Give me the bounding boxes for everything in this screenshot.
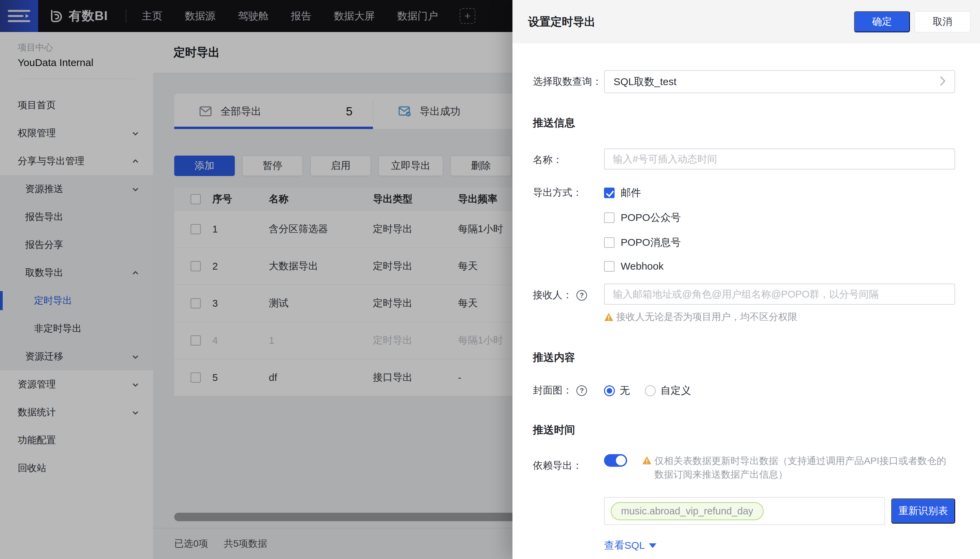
help-icon[interactable]: ? (576, 290, 587, 301)
query-select-value: SQL取数_test (614, 75, 676, 89)
recipient-row: 接收人： ? (533, 284, 955, 305)
app-root: 有数BI 主页 数据源 驾驶舱 报告 数据大屏 数据门户 + 项目中心 YouD… (0, 0, 980, 559)
recipient-label: 接收人： ? (533, 284, 604, 302)
query-select-label: 选择取数查询： (533, 70, 604, 89)
drawer-header: 设置定时导出 确定 取消 (513, 0, 980, 44)
cancel-button[interactable]: 取消 (915, 11, 970, 32)
dependency-toggle-on[interactable] (604, 454, 627, 467)
radio-icon[interactable] (645, 385, 656, 396)
reidentify-tables-button[interactable]: 重新识别表 (891, 498, 955, 524)
recipient-input[interactable] (604, 284, 955, 305)
checkbox-icon[interactable] (604, 212, 615, 223)
view-sql-link[interactable]: 查看SQL (533, 539, 955, 552)
warning-icon (642, 456, 652, 465)
chevron-right-icon (939, 75, 946, 88)
triangle-down-icon (649, 543, 657, 548)
export-method-row: 导出方式： 邮件 POPO公众号 POPO消息号 (533, 186, 955, 272)
name-input[interactable] (604, 149, 955, 170)
name-row: 名称： (533, 149, 955, 170)
checkbox-icon[interactable] (604, 237, 615, 248)
query-select-row: 选择取数查询： SQL取数_test (533, 70, 955, 93)
section-push-time: 推送时间 (533, 423, 955, 437)
cover-label: 封面图： ? (533, 384, 604, 397)
dependency-label: 依赖导出： (533, 454, 604, 473)
identified-tables-field[interactable]: music.abroad_vip_refund_day (604, 497, 885, 525)
method-popo-public[interactable]: POPO公众号 (604, 211, 955, 225)
cover-row: 封面图： ? 无 自定义 (533, 384, 955, 398)
section-push-content: 推送内容 (533, 350, 955, 365)
export-method-label: 导出方式： (533, 186, 604, 200)
cover-option-none[interactable]: 无 (604, 384, 630, 398)
checkbox-checked-icon[interactable] (604, 188, 615, 198)
help-icon[interactable]: ? (576, 385, 587, 396)
scheduled-export-drawer: 设置定时导出 确定 取消 选择取数查询： SQL取数_test 推送信息 (513, 0, 980, 559)
dependency-warning: 仅相关表数据更新时导出数据（支持通过调用产品API接口或者数仓的数据订阅来推送数… (642, 454, 955, 481)
query-select[interactable]: SQL取数_test (604, 70, 955, 93)
checkbox-icon[interactable] (604, 261, 615, 272)
cover-option-custom[interactable]: 自定义 (645, 384, 691, 398)
recipient-warning: 接收人无论是否为项目用户，均不区分权限 (533, 310, 955, 324)
drawer-title: 设置定时导出 (528, 14, 596, 30)
table-tag: music.abroad_vip_refund_day (611, 502, 764, 520)
method-email[interactable]: 邮件 (604, 186, 955, 200)
dependency-row: 依赖导出： 仅相关表数据更新时导出数据（支持通过调用产品API接口或者数仓的数据… (533, 454, 955, 481)
confirm-button[interactable]: 确定 (854, 11, 910, 32)
warning-icon (604, 313, 614, 321)
method-webhook[interactable]: Webhook (604, 260, 955, 272)
identified-tables-row: music.abroad_vip_refund_day 重新识别表 (533, 497, 955, 525)
radio-selected-icon[interactable] (604, 385, 615, 396)
name-label: 名称： (533, 149, 604, 167)
method-popo-message[interactable]: POPO消息号 (604, 236, 955, 250)
section-push-info: 推送信息 (533, 116, 955, 130)
